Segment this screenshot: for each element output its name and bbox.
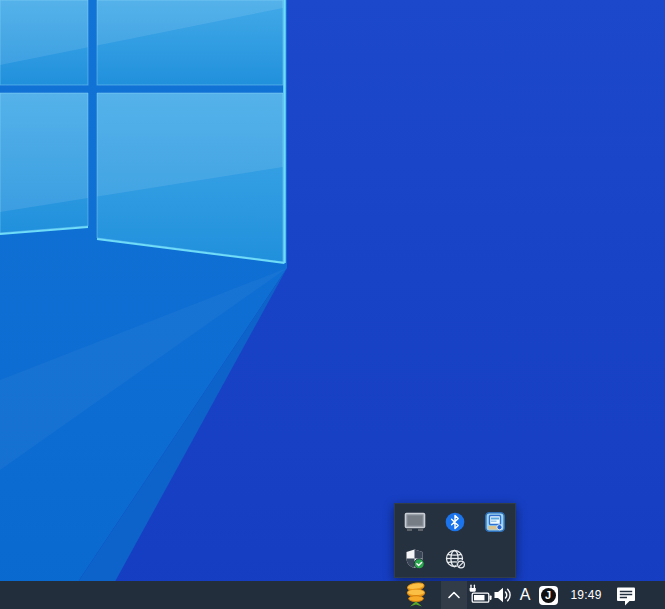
flyout-empty-cell bbox=[475, 541, 515, 578]
windows-logo bbox=[0, 0, 285, 263]
ime-badge: J bbox=[539, 586, 558, 605]
security-shield-icon bbox=[404, 548, 426, 570]
language-indicator[interactable]: A bbox=[513, 581, 537, 609]
display-icon bbox=[404, 512, 426, 532]
network-globe-offline-icon[interactable] bbox=[435, 541, 475, 578]
hidden-icons-flyout bbox=[394, 503, 516, 578]
chevron-up-icon bbox=[446, 589, 462, 601]
ime-badge-circle: J bbox=[541, 588, 556, 603]
action-center-icon bbox=[614, 584, 638, 607]
ime-mode-button[interactable]: J bbox=[538, 585, 558, 605]
speaker-icon bbox=[492, 584, 514, 606]
coins-stack-icon bbox=[402, 582, 430, 608]
vm-app-icon bbox=[485, 512, 505, 532]
volume-button[interactable] bbox=[491, 583, 514, 607]
clock-time: 19:49 bbox=[570, 588, 601, 602]
bluetooth-tray-icon[interactable] bbox=[435, 504, 475, 541]
display-tray-icon[interactable] bbox=[395, 504, 435, 541]
windows-security-shield-icon[interactable] bbox=[395, 541, 435, 578]
bluetooth-icon bbox=[445, 512, 465, 532]
battery-plugged-icon bbox=[466, 583, 493, 607]
action-center-button[interactable] bbox=[612, 583, 640, 607]
desktop-wallpaper bbox=[0, 0, 665, 609]
coins-stack-app-icon[interactable] bbox=[401, 582, 431, 608]
taskbar-clock[interactable]: 19:49 bbox=[562, 581, 610, 609]
taskbar: A J 19:49 bbox=[0, 581, 665, 609]
globe-offline-icon bbox=[444, 548, 467, 570]
desktop: A J 19:49 bbox=[0, 0, 665, 609]
language-indicator-letter: A bbox=[520, 586, 531, 604]
ime-badge-letter: J bbox=[545, 589, 551, 600]
power-battery-button[interactable] bbox=[466, 583, 493, 607]
vm-app-tray-icon[interactable] bbox=[475, 504, 515, 541]
show-hidden-icons-button[interactable] bbox=[441, 581, 467, 609]
